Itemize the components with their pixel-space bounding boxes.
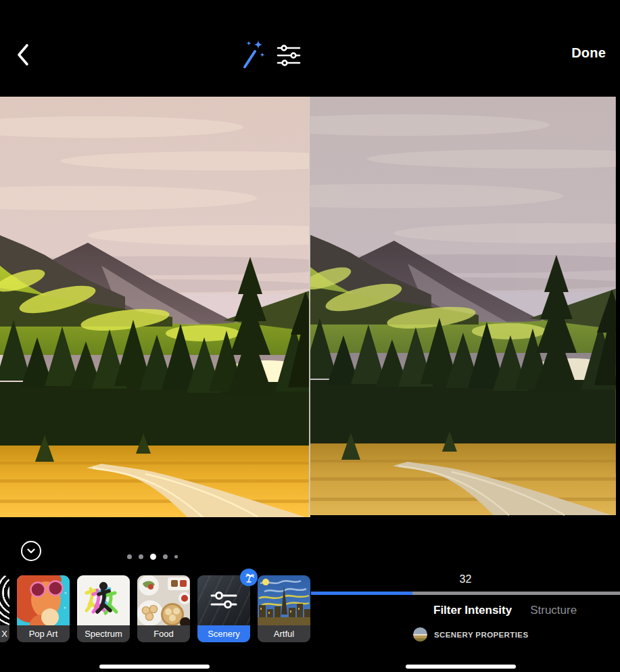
- photo-compare-area: [0, 97, 620, 517]
- intensity-slider-fill: [311, 592, 412, 595]
- filter-card-pop-art[interactable]: Pop Art: [17, 575, 70, 642]
- intensity-slider[interactable]: [311, 592, 620, 595]
- pager-dot: [139, 554, 143, 559]
- sliders-icon: [277, 44, 301, 67]
- bottom-panel: X Pop Art: [0, 517, 620, 672]
- adjustment-tabs: Filter Intensity Structure: [433, 604, 577, 617]
- filter-label: Pop Art: [17, 625, 70, 642]
- pager-dot: [163, 554, 168, 559]
- filter-card-spectrum[interactable]: Spectrum: [77, 575, 130, 642]
- intensity-value: 32: [311, 573, 620, 585]
- photo-editor-screen: Done X: [0, 0, 620, 672]
- spectrum-art: [77, 575, 130, 625]
- tab-structure[interactable]: Structure: [530, 604, 577, 617]
- home-indicator-right[interactable]: [406, 665, 516, 669]
- chevron-down-icon: [25, 545, 37, 557]
- adjustments-button[interactable]: [275, 42, 302, 69]
- filter-label: Food: [137, 625, 190, 642]
- back-button[interactable]: [14, 42, 32, 68]
- photo-before[interactable]: [0, 97, 310, 517]
- filter-card-food[interactable]: Food: [137, 575, 190, 642]
- chevron-left-icon: [16, 43, 30, 66]
- filter-label: Spectrum: [77, 625, 130, 642]
- filter-card-partial[interactable]: X: [0, 575, 9, 642]
- pop-art-art: [17, 575, 70, 625]
- food-art: [137, 575, 190, 625]
- done-button[interactable]: Done: [571, 45, 606, 61]
- home-indicator-left[interactable]: [99, 665, 210, 669]
- filter-sliders-icon: [210, 590, 238, 610]
- filter-card-artful[interactable]: Artful: [258, 575, 310, 642]
- filter-label: Scenery: [197, 625, 250, 642]
- filter-thumbnail: Food: [137, 575, 190, 642]
- tab-filter-intensity[interactable]: Filter Intensity: [433, 604, 512, 617]
- pager-dot: [127, 554, 132, 559]
- filter-thumbnail: Spectrum: [77, 575, 130, 642]
- scenery-properties-label: SCENERY PROPERTIES: [434, 631, 528, 639]
- artful-art: [258, 575, 310, 625]
- filter-thumbnail: Pop Art: [17, 575, 70, 642]
- scenery-properties-row: SCENERY PROPERTIES: [413, 627, 528, 642]
- palm-tree-icon: [243, 572, 255, 583]
- collapse-panel-button[interactable]: [21, 541, 41, 561]
- magic-wand-icon: [237, 39, 267, 71]
- photo-after[interactable]: [310, 97, 620, 517]
- pager-dot: [174, 555, 178, 558]
- filter-label: X: [0, 625, 9, 642]
- top-bar: Done: [0, 0, 620, 97]
- pager-dot-active: [150, 554, 156, 560]
- scenery-category-badge: [240, 569, 258, 586]
- filter-label: Artful: [258, 625, 310, 642]
- filter-thumbnail: Scenery: [197, 575, 250, 642]
- filter-pager-dots[interactable]: [127, 552, 178, 561]
- filter-card-scenery[interactable]: Scenery: [197, 575, 250, 642]
- filter-thumbnail: X: [0, 575, 9, 642]
- auto-enhance-button[interactable]: [237, 38, 268, 72]
- scenery-thumbnail-icon: [413, 627, 427, 642]
- filter-thumbnail: Artful: [258, 575, 310, 642]
